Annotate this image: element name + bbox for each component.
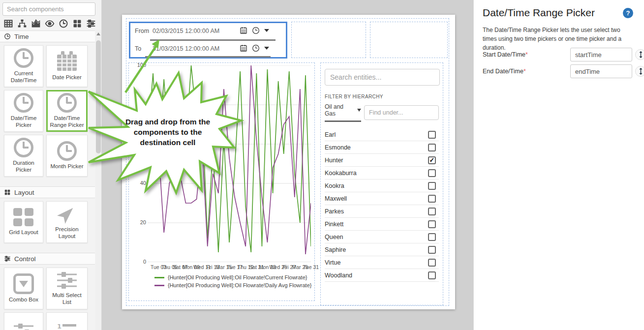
from-date-value[interactable]: 02/03/2015 12:00:00 AM bbox=[153, 28, 219, 34]
find-under-input[interactable] bbox=[364, 105, 439, 120]
entity-row-pinkett[interactable]: Pinkett bbox=[325, 218, 439, 231]
hierarchy-dropdown[interactable]: Oil and Gas bbox=[325, 103, 361, 122]
tile-control-extra-2[interactable]: 123 bbox=[46, 312, 88, 330]
chevron-down-icon bbox=[357, 109, 361, 112]
tile-duration-picker[interactable]: Duration Picker bbox=[4, 135, 43, 177]
x-axis-tick-label: Tue 31 bbox=[303, 264, 319, 270]
value-source-toggle[interactable] bbox=[635, 66, 644, 77]
chevron-down-icon[interactable] bbox=[264, 47, 269, 50]
checkbox[interactable]: ✓ bbox=[428, 156, 436, 164]
checkbox[interactable] bbox=[428, 271, 436, 279]
y-axis-tick-label: 20 bbox=[131, 219, 146, 225]
tile-current-datetime[interactable]: Current Date/Time bbox=[4, 45, 43, 87]
y-axis-tick-label: 0 bbox=[131, 259, 146, 265]
tile-precision-layout[interactable]: Precision Layout bbox=[46, 201, 88, 243]
scrollbar-thumb[interactable] bbox=[96, 40, 101, 153]
tile-combo-box[interactable]: Combo Box bbox=[4, 268, 43, 309]
y-axis-tick-label: 40 bbox=[131, 180, 146, 186]
updown-arrow-icon bbox=[639, 67, 643, 75]
checkbox[interactable] bbox=[428, 131, 436, 139]
entity-name: Kookaburra bbox=[325, 170, 357, 177]
clock-icon[interactable] bbox=[252, 27, 260, 34]
time-tiles: Current Date/Time Date Picker Date/Time … bbox=[0, 42, 95, 180]
search-components-input[interactable] bbox=[2, 2, 95, 16]
search-entities-input[interactable] bbox=[325, 69, 440, 86]
y-axis-tick-label: 100 bbox=[131, 62, 146, 68]
entity-row-earl[interactable]: Earl bbox=[325, 128, 439, 141]
entity-name: Parkes bbox=[325, 208, 344, 215]
dashboard-canvas[interactable]: From 02/03/2015 12:00:00 AM To 31/03/201… bbox=[122, 15, 455, 309]
entity-row-kookra[interactable]: Kookra bbox=[325, 180, 439, 192]
start-datetime-input[interactable] bbox=[570, 48, 632, 61]
tile-multi-select-list[interactable]: Multi Select List bbox=[46, 268, 88, 309]
entity-row-queen[interactable]: Queen bbox=[325, 231, 439, 243]
tile-grid-layout[interactable]: Grid Layout bbox=[4, 201, 43, 243]
flowrate-line-chart bbox=[148, 65, 311, 262]
cursor-icon bbox=[57, 204, 77, 224]
entity-name: Maxwell bbox=[325, 195, 347, 202]
checkbox[interactable] bbox=[428, 195, 436, 203]
layout-blocks-icon bbox=[4, 189, 11, 196]
entity-row-parkes[interactable]: Parkes bbox=[325, 205, 439, 218]
entity-name: Pinkett bbox=[325, 221, 343, 228]
entity-row-woodland[interactable]: Woodland bbox=[325, 269, 439, 282]
end-datetime-label: End Date/Time* bbox=[483, 68, 526, 75]
to-date-value[interactable]: 31/03/2015 12:00:00 AM bbox=[153, 45, 219, 52]
entity-name: Saphire bbox=[325, 246, 346, 253]
numbered-list-icon: 123 bbox=[56, 323, 78, 330]
entity-selector-cell: FILTER BY HIERARCHY Oil and Gas Earl Esm… bbox=[320, 62, 443, 305]
datetime-range-picker-widget[interactable]: From 02/03/2015 12:00:00 AM To 31/03/201… bbox=[129, 22, 287, 59]
checkbox[interactable] bbox=[428, 208, 436, 215]
legend-color-dash bbox=[154, 277, 164, 278]
layout-blocks-icon[interactable] bbox=[71, 18, 83, 29]
from-label: From bbox=[135, 28, 149, 34]
hierarchy-icon[interactable] bbox=[16, 18, 28, 29]
checkbox[interactable] bbox=[428, 144, 436, 151]
help-icon[interactable]: ? bbox=[623, 8, 633, 18]
tile-month-picker[interactable]: Month Picker bbox=[46, 135, 88, 177]
section-label: Control bbox=[14, 255, 36, 263]
entity-row-kookaburra[interactable]: Kookaburra bbox=[325, 167, 439, 180]
chevron-down-icon[interactable] bbox=[264, 29, 269, 32]
entity-row-maxwell[interactable]: Maxwell bbox=[325, 192, 439, 205]
entity-name: Hunter bbox=[325, 157, 343, 164]
checkbox[interactable] bbox=[428, 220, 436, 228]
tile-datetime-range-picker[interactable]: Date/Time Range Picker bbox=[46, 90, 88, 132]
scroll-up-icon[interactable] bbox=[96, 32, 100, 35]
checkbox[interactable] bbox=[428, 169, 436, 177]
to-field-underline bbox=[145, 56, 271, 58]
visibility-icon[interactable] bbox=[44, 18, 55, 29]
sidebar-scrollbar[interactable] bbox=[95, 30, 101, 330]
time-icon[interactable] bbox=[58, 18, 69, 29]
entity-row-hunter[interactable]: Hunter✓ bbox=[325, 154, 439, 167]
calendar-icon[interactable] bbox=[240, 44, 247, 52]
calendar-icon[interactable] bbox=[240, 27, 247, 34]
area-chart-icon[interactable] bbox=[30, 18, 41, 29]
end-datetime-input[interactable] bbox=[570, 64, 632, 78]
entity-row-virtue[interactable]: Virtue bbox=[325, 256, 439, 269]
control-tiles: Combo Box Multi Select List 123 bbox=[0, 265, 95, 330]
empty-grid-cell[interactable] bbox=[291, 22, 366, 58]
tile-date-picker[interactable]: Date Picker bbox=[46, 45, 88, 87]
table-icon[interactable] bbox=[2, 18, 14, 29]
entity-row-saphire[interactable]: Saphire bbox=[325, 243, 439, 256]
entity-name: Queen bbox=[325, 234, 343, 240]
section-header-layout[interactable]: Layout bbox=[0, 186, 95, 198]
tile-control-extra-1[interactable] bbox=[4, 312, 43, 330]
checkbox[interactable] bbox=[428, 259, 436, 267]
required-marker: * bbox=[523, 68, 526, 75]
clock-icon[interactable] bbox=[252, 44, 260, 52]
checkbox[interactable] bbox=[428, 246, 436, 254]
checkbox[interactable] bbox=[428, 233, 436, 241]
control-sliders-icon[interactable] bbox=[85, 18, 96, 29]
legend-label: {Hunter[Oil Producing Well]:Oil Flowrate… bbox=[168, 282, 311, 288]
empty-grid-cell[interactable] bbox=[370, 22, 448, 58]
tile-label: Date/Time Picker bbox=[6, 115, 41, 129]
value-source-toggle[interactable] bbox=[635, 49, 644, 60]
entity-row-esmonde[interactable]: Esmonde bbox=[325, 141, 439, 154]
checkbox[interactable] bbox=[428, 182, 436, 190]
section-header-time[interactable]: Time bbox=[0, 30, 95, 42]
category-toolbar bbox=[2, 18, 96, 30]
section-header-control[interactable]: Control bbox=[0, 253, 95, 265]
tile-datetime-picker[interactable]: Date/Time Picker bbox=[4, 90, 43, 132]
